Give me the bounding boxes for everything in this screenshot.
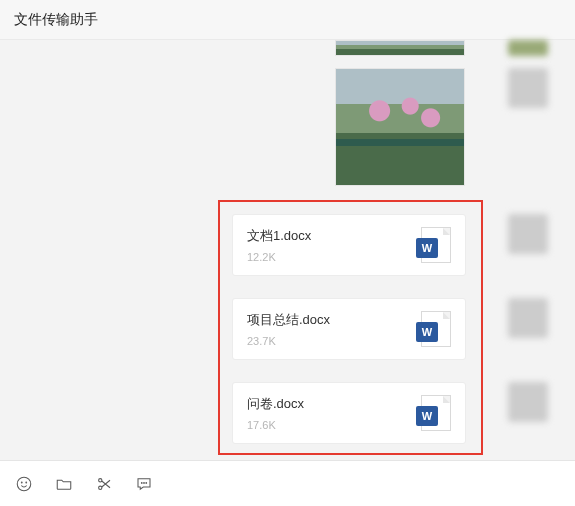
avatar (508, 68, 548, 108)
avatar (508, 40, 548, 56)
chat-bubble-icon[interactable] (134, 474, 154, 494)
input-toolbar (0, 460, 575, 506)
svg-point-3 (99, 478, 102, 481)
avatar (508, 382, 548, 422)
file-message[interactable]: 文档1.docx 12.2K W (232, 214, 466, 276)
chat-area: 文档1.docx 12.2K W 项目总结.docx 23.7K W 问卷.do… (0, 40, 575, 460)
file-info: 项目总结.docx 23.7K (247, 311, 330, 347)
avatar (508, 214, 548, 254)
word-badge: W (416, 238, 438, 258)
file-name: 文档1.docx (247, 227, 311, 245)
svg-point-1 (21, 482, 22, 483)
file-message[interactable]: 项目总结.docx 23.7K W (232, 298, 466, 360)
word-doc-icon: W (421, 395, 451, 431)
word-badge: W (416, 406, 438, 426)
svg-point-5 (141, 482, 142, 483)
image-message-cropped[interactable] (335, 40, 465, 56)
svg-point-4 (99, 486, 102, 489)
svg-point-7 (146, 482, 147, 483)
image-message[interactable] (335, 68, 465, 186)
avatar (508, 298, 548, 338)
file-name: 问卷.docx (247, 395, 304, 413)
chat-header: 文件传输助手 (0, 0, 575, 40)
folder-icon[interactable] (54, 474, 74, 494)
file-size: 17.6K (247, 419, 304, 431)
chat-title: 文件传输助手 (14, 11, 98, 29)
scissors-icon[interactable] (94, 474, 114, 494)
file-message[interactable]: 问卷.docx 17.6K W (232, 382, 466, 444)
svg-point-6 (144, 482, 145, 483)
word-doc-icon: W (421, 227, 451, 263)
file-info: 文档1.docx 12.2K (247, 227, 311, 263)
emoji-icon[interactable] (14, 474, 34, 494)
file-name: 项目总结.docx (247, 311, 330, 329)
file-info: 问卷.docx 17.6K (247, 395, 304, 431)
svg-point-2 (26, 482, 27, 483)
word-badge: W (416, 322, 438, 342)
file-size: 23.7K (247, 335, 330, 347)
word-doc-icon: W (421, 311, 451, 347)
svg-point-0 (17, 477, 31, 491)
file-size: 12.2K (247, 251, 311, 263)
